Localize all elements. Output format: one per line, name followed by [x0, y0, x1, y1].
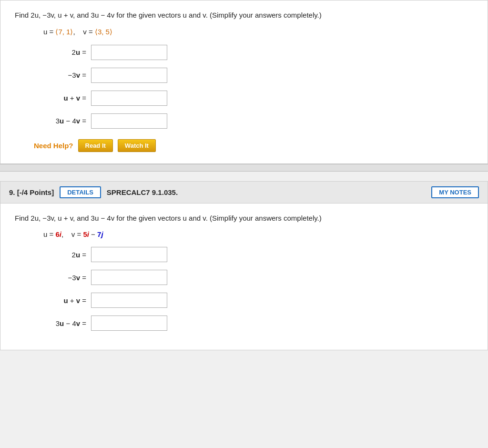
v-value: ⟨3, 5⟩	[95, 28, 112, 36]
label-2u-p9: 2u =	[34, 251, 86, 259]
input-row-neg3v-p8: −3v =	[34, 68, 473, 83]
input-3u4v-p8[interactable]	[91, 113, 167, 129]
watch-it-button-p8[interactable]: Watch It	[118, 139, 156, 152]
comma2: ,	[61, 230, 70, 238]
input-row-uplusv-p9: u + v =	[34, 293, 473, 308]
details-button-p9[interactable]: DETAILS	[60, 186, 101, 198]
input-uplusv-p8[interactable]	[91, 91, 167, 106]
read-it-button-p8[interactable]: Read It	[78, 139, 113, 152]
label-uplusv-p9: u + v =	[34, 296, 86, 305]
problem-8-section: Find 2u, −3v, u + v, and 3u − 4v for the…	[0, 0, 488, 164]
problem-9-header: 9. [-/4 Points] DETAILS SPRECALC7 9.1.03…	[0, 182, 488, 204]
spacer	[0, 172, 488, 181]
problem-9-vector-def: u = 6i, v = 5i − 7j	[43, 230, 473, 238]
input-row-uplusv-p8: u + v =	[34, 91, 473, 106]
input-row-3u4v-p8: 3u − 4v =	[34, 113, 473, 129]
v-label: v =	[83, 28, 95, 36]
label-neg3v-p8: −3v =	[34, 71, 86, 79]
u-label-p9: u =	[43, 230, 55, 238]
label-neg3v-p9: −3v =	[34, 274, 86, 282]
v-label-p9: v =	[71, 230, 83, 238]
input-row-2u-p8: 2u =	[34, 45, 473, 60]
u-value-p9: 6i	[55, 230, 61, 238]
help-row-p8: Need Help? Read It Watch It	[34, 139, 473, 152]
input-2u-p9[interactable]	[91, 247, 167, 262]
input-2u-p8[interactable]	[91, 45, 167, 60]
u-label: u =	[43, 28, 55, 36]
comma1: ,	[73, 28, 81, 36]
u-value: ⟨7, 1⟩	[55, 28, 73, 36]
label-3u4v-p9: 3u − 4v =	[34, 319, 86, 327]
input-row-3u4v-p9: 3u − 4v =	[34, 316, 473, 331]
section-separator	[0, 164, 488, 172]
problem-9-body: Find 2u, −3v, u + v, and 3u − 4v for the…	[0, 204, 488, 350]
label-uplusv-p8: u + v =	[34, 94, 86, 102]
problem-9-section: 9. [-/4 Points] DETAILS SPRECALC7 9.1.03…	[0, 181, 488, 351]
v-value1-p9: 5i	[83, 230, 89, 238]
v-value2-p9: 7j	[97, 230, 103, 238]
problem-8-body: Find 2u, −3v, u + v, and 3u − 4v for the…	[0, 0, 488, 163]
input-uplusv-p9[interactable]	[91, 293, 167, 308]
input-neg3v-p9[interactable]	[91, 270, 167, 285]
problem-9-number: 9. [-/4 Points]	[9, 188, 54, 196]
problem-9-id: SPRECALC7 9.1.035.	[107, 188, 426, 196]
need-help-label-p8: Need Help?	[34, 142, 73, 150]
input-3u4v-p9[interactable]	[91, 316, 167, 331]
label-2u-p8: 2u =	[34, 48, 86, 56]
problem-9-text: Find 2u, −3v, u + v, and 3u − 4v for the…	[15, 213, 473, 224]
my-notes-button-p9[interactable]: MY NOTES	[431, 186, 479, 198]
v-connector-p9: −	[91, 230, 97, 238]
input-row-2u-p9: 2u =	[34, 247, 473, 262]
problem-8-vector-def: u = ⟨7, 1⟩, v = ⟨3, 5⟩	[43, 28, 473, 36]
problem-8-text: Find 2u, −3v, u + v, and 3u − 4v for the…	[15, 10, 473, 21]
input-row-neg3v-p9: −3v =	[34, 270, 473, 285]
input-neg3v-p8[interactable]	[91, 68, 167, 83]
label-3u4v-p8: 3u − 4v =	[34, 117, 86, 125]
